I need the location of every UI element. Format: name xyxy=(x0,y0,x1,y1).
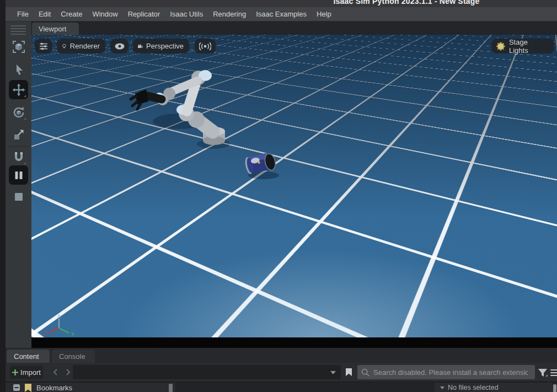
content-browser-toolbar: Import xyxy=(6,363,557,382)
chevron-right-icon xyxy=(66,369,71,375)
tool-options-mark xyxy=(24,162,26,164)
scale-tool-button[interactable] xyxy=(9,125,28,144)
search-input[interactable] xyxy=(372,368,529,377)
tab-console[interactable]: Console xyxy=(52,350,95,363)
rail-drag-handle[interactable] xyxy=(10,25,26,36)
settings-sliders-icon xyxy=(39,41,49,51)
lightbulb-icon xyxy=(62,41,67,51)
tool-options-mark xyxy=(24,117,26,120)
menu-replicator[interactable]: Replicator xyxy=(123,7,165,21)
tab-viewport-label: Viewport xyxy=(39,25,66,33)
stop-button[interactable] xyxy=(9,187,28,206)
chevron-left-icon xyxy=(53,369,57,375)
preview-scrollbar[interactable] xyxy=(553,383,557,392)
tab-content-label: Content xyxy=(14,352,39,361)
visibility-button[interactable] xyxy=(110,39,128,53)
bookmarks-scrollbar[interactable] xyxy=(169,384,173,392)
path-combobox[interactable] xyxy=(73,365,341,379)
axis-y-label: Y xyxy=(71,331,74,337)
audio-button[interactable] xyxy=(195,39,216,53)
move-icon xyxy=(12,83,25,96)
bookmarks-pane: Bookmarks xyxy=(6,383,175,392)
search-field[interactable] xyxy=(357,365,535,379)
files-grid-pane[interactable] xyxy=(175,383,435,392)
view-options-button[interactable] xyxy=(550,367,557,378)
menu-file[interactable]: File xyxy=(12,7,34,21)
axis-z-label: Z xyxy=(57,315,61,319)
snap-tool-button[interactable] xyxy=(9,147,28,167)
rotate-tool-button[interactable] xyxy=(9,103,28,122)
bookmarks-folder-icon xyxy=(25,384,31,392)
renderer-label: Renderer xyxy=(67,42,105,50)
bottom-tab-bar: Content Console xyxy=(6,348,557,363)
viewport-settings-button[interactable] xyxy=(35,39,52,53)
title-bar: Isaac Sim Python 2023.1.1 - New Stage xyxy=(6,0,557,7)
sun-icon xyxy=(496,41,506,51)
collapse-icon[interactable] xyxy=(13,384,20,391)
axis-gizmo: Z X Y xyxy=(42,315,78,337)
stop-icon xyxy=(14,192,24,202)
menu-create[interactable]: Create xyxy=(56,7,87,21)
selection-mode-button[interactable] xyxy=(9,37,28,56)
filter-button[interactable] xyxy=(537,367,548,378)
viewport-tab-strip xyxy=(6,22,557,35)
scale-icon xyxy=(12,128,25,141)
file-preview-pane: No files selected xyxy=(435,383,553,392)
bookmarks-label[interactable]: Bookmarks xyxy=(36,384,72,392)
pause-button[interactable] xyxy=(9,165,28,185)
stage-lights-button[interactable]: Stage Lights xyxy=(491,39,554,53)
menu-isaac-examples[interactable]: Isaac Examples xyxy=(251,7,312,21)
magnet-icon xyxy=(12,151,25,164)
menu-rendering[interactable]: Rendering xyxy=(208,7,251,21)
audio-waves-icon xyxy=(199,42,211,51)
menu-isaac-utils[interactable]: Isaac Utils xyxy=(165,7,208,21)
renderer-dropdown[interactable]: Renderer xyxy=(57,39,105,53)
blue-can[interactable] xyxy=(244,148,310,214)
select-tool-button[interactable] xyxy=(9,60,28,79)
pause-icon xyxy=(13,170,24,181)
import-button[interactable]: Import xyxy=(10,366,43,379)
viewport-letterbox xyxy=(31,337,557,348)
plus-icon xyxy=(12,369,18,375)
chevron-down-icon[interactable] xyxy=(330,371,336,374)
cube-select-icon xyxy=(12,40,26,54)
menu-help[interactable]: Help xyxy=(312,7,336,21)
tool-options-mark xyxy=(24,95,26,97)
stage-lights-label: Stage Lights xyxy=(506,38,554,55)
back-button[interactable] xyxy=(50,366,61,379)
section-caret-icon[interactable] xyxy=(440,386,444,389)
content-browser-panes: Bookmarks No files selected xyxy=(6,382,557,392)
rail-separator xyxy=(9,146,28,147)
move-tool-button[interactable] xyxy=(9,80,28,99)
tab-console-label: Console xyxy=(59,352,85,361)
menu-bar: File Edit Create Window Replicator Isaac… xyxy=(6,7,557,22)
camera-dropdown[interactable]: Perspective xyxy=(133,39,189,53)
tab-viewport[interactable]: Viewport xyxy=(31,23,79,35)
axis-x-label: X xyxy=(44,330,47,336)
eye-icon xyxy=(114,42,125,50)
add-bookmark-button[interactable] xyxy=(343,366,354,378)
cursor-icon xyxy=(13,63,25,76)
menu-window[interactable]: Window xyxy=(87,7,122,21)
filter-funnel-icon xyxy=(537,367,548,378)
ur-robot-arm[interactable] xyxy=(130,65,262,186)
videocam-icon xyxy=(137,42,143,51)
bookmark-icon xyxy=(345,368,352,377)
viewport-3d-canvas[interactable]: Z X Y Renderer Perspective xyxy=(31,35,557,337)
search-icon xyxy=(361,368,369,377)
import-label: Import xyxy=(20,368,41,377)
camera-label: Perspective xyxy=(143,42,189,50)
no-selection-label: No files selected xyxy=(448,384,499,391)
left-tool-rail xyxy=(6,22,32,348)
menu-edit[interactable]: Edit xyxy=(34,7,56,21)
window-title: Isaac Sim Python 2023.1.1 - New Stage xyxy=(250,0,557,6)
tab-content[interactable]: Content xyxy=(7,350,50,363)
forward-button[interactable] xyxy=(63,366,74,379)
